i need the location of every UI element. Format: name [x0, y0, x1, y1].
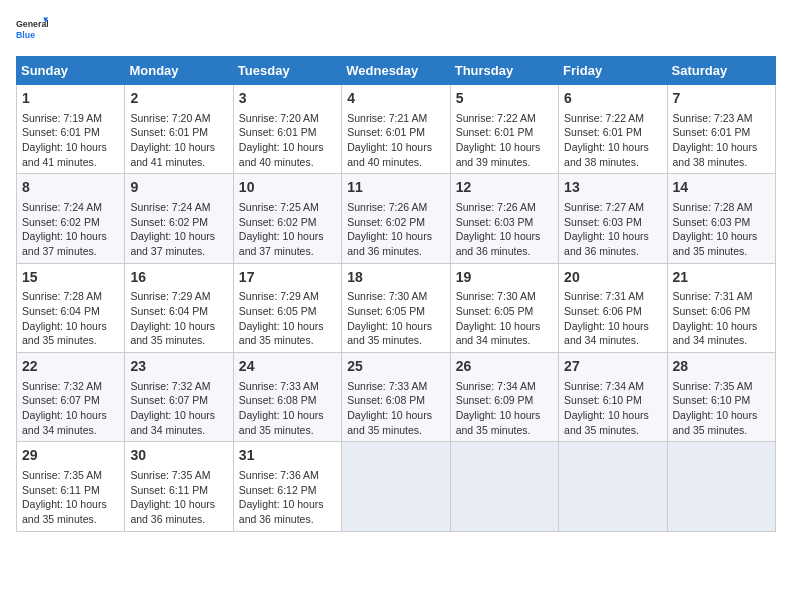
day-info-line: and 41 minutes. [22, 155, 119, 170]
day-number: 18 [347, 268, 444, 288]
day-info-line: Sunset: 6:02 PM [239, 215, 336, 230]
day-number: 17 [239, 268, 336, 288]
day-number: 23 [130, 357, 227, 377]
day-info-line: Sunrise: 7:22 AM [564, 111, 661, 126]
day-info-line: Daylight: 10 hours [347, 140, 444, 155]
day-info-line: Sunrise: 7:29 AM [130, 289, 227, 304]
day-info-line: Sunset: 6:03 PM [456, 215, 553, 230]
day-info-line: Sunset: 6:11 PM [130, 483, 227, 498]
day-info-line: Sunrise: 7:35 AM [22, 468, 119, 483]
day-info-line: Daylight: 10 hours [673, 140, 770, 155]
calendar-cell: 19Sunrise: 7:30 AMSunset: 6:05 PMDayligh… [450, 263, 558, 352]
day-info-line: and 36 minutes. [347, 244, 444, 259]
day-info-line: Daylight: 10 hours [22, 319, 119, 334]
day-info-line: Sunrise: 7:24 AM [130, 200, 227, 215]
day-info-line: Sunrise: 7:24 AM [22, 200, 119, 215]
day-info-line: and 35 minutes. [673, 423, 770, 438]
day-info-line: Sunrise: 7:20 AM [239, 111, 336, 126]
day-info-line: Sunrise: 7:31 AM [673, 289, 770, 304]
day-info-line: Sunset: 6:01 PM [22, 125, 119, 140]
day-number: 10 [239, 178, 336, 198]
day-number: 4 [347, 89, 444, 109]
day-info-line: Sunset: 6:06 PM [673, 304, 770, 319]
day-info-line: Sunrise: 7:34 AM [564, 379, 661, 394]
day-info-line: and 36 minutes. [239, 512, 336, 527]
calendar-cell: 9Sunrise: 7:24 AMSunset: 6:02 PMDaylight… [125, 174, 233, 263]
day-info-line: Sunrise: 7:29 AM [239, 289, 336, 304]
day-info-line: Daylight: 10 hours [673, 408, 770, 423]
day-info-line: and 34 minutes. [22, 423, 119, 438]
calendar-cell: 6Sunrise: 7:22 AMSunset: 6:01 PMDaylight… [559, 85, 667, 174]
week-row-5: 29Sunrise: 7:35 AMSunset: 6:11 PMDayligh… [17, 442, 776, 531]
day-number: 11 [347, 178, 444, 198]
day-info-line: Daylight: 10 hours [22, 408, 119, 423]
day-info-line: Daylight: 10 hours [22, 229, 119, 244]
day-info-line: Daylight: 10 hours [347, 229, 444, 244]
day-number: 6 [564, 89, 661, 109]
calendar-cell: 13Sunrise: 7:27 AMSunset: 6:03 PMDayligh… [559, 174, 667, 263]
calendar-body: 1Sunrise: 7:19 AMSunset: 6:01 PMDaylight… [17, 85, 776, 532]
day-info-line: Daylight: 10 hours [239, 229, 336, 244]
week-row-2: 8Sunrise: 7:24 AMSunset: 6:02 PMDaylight… [17, 174, 776, 263]
day-info-line: Daylight: 10 hours [130, 408, 227, 423]
calendar-cell: 2Sunrise: 7:20 AMSunset: 6:01 PMDaylight… [125, 85, 233, 174]
calendar-cell: 24Sunrise: 7:33 AMSunset: 6:08 PMDayligh… [233, 353, 341, 442]
calendar-cell: 22Sunrise: 7:32 AMSunset: 6:07 PMDayligh… [17, 353, 125, 442]
calendar-cell: 1Sunrise: 7:19 AMSunset: 6:01 PMDaylight… [17, 85, 125, 174]
calendar-cell [342, 442, 450, 531]
day-info-line: Sunset: 6:02 PM [22, 215, 119, 230]
day-info-line: Sunrise: 7:20 AM [130, 111, 227, 126]
day-info-line: Sunset: 6:05 PM [239, 304, 336, 319]
day-info-line: Sunset: 6:09 PM [456, 393, 553, 408]
day-info-line: Sunset: 6:06 PM [564, 304, 661, 319]
calendar-cell: 20Sunrise: 7:31 AMSunset: 6:06 PMDayligh… [559, 263, 667, 352]
day-info-line: Daylight: 10 hours [456, 408, 553, 423]
day-number: 15 [22, 268, 119, 288]
day-info-line: and 34 minutes. [564, 333, 661, 348]
day-info-line: and 38 minutes. [564, 155, 661, 170]
day-info-line: Sunset: 6:10 PM [564, 393, 661, 408]
day-info-line: Daylight: 10 hours [456, 229, 553, 244]
day-info-line: and 36 minutes. [130, 512, 227, 527]
day-number: 16 [130, 268, 227, 288]
day-number: 20 [564, 268, 661, 288]
day-info-line: and 35 minutes. [22, 512, 119, 527]
day-info-line: Sunset: 6:07 PM [130, 393, 227, 408]
day-info-line: Sunrise: 7:21 AM [347, 111, 444, 126]
day-info-line: Daylight: 10 hours [130, 229, 227, 244]
calendar-cell: 27Sunrise: 7:34 AMSunset: 6:10 PMDayligh… [559, 353, 667, 442]
day-info-line: Sunset: 6:01 PM [239, 125, 336, 140]
day-number: 9 [130, 178, 227, 198]
day-info-line: Daylight: 10 hours [239, 497, 336, 512]
day-info-line: Sunrise: 7:32 AM [22, 379, 119, 394]
calendar-cell: 8Sunrise: 7:24 AMSunset: 6:02 PMDaylight… [17, 174, 125, 263]
calendar-cell: 21Sunrise: 7:31 AMSunset: 6:06 PMDayligh… [667, 263, 775, 352]
day-number: 13 [564, 178, 661, 198]
calendar-cell: 28Sunrise: 7:35 AMSunset: 6:10 PMDayligh… [667, 353, 775, 442]
day-info-line: Sunrise: 7:34 AM [456, 379, 553, 394]
calendar-cell: 30Sunrise: 7:35 AMSunset: 6:11 PMDayligh… [125, 442, 233, 531]
day-info-line: and 38 minutes. [673, 155, 770, 170]
day-info-line: and 37 minutes. [239, 244, 336, 259]
day-info-line: Daylight: 10 hours [130, 140, 227, 155]
day-number: 5 [456, 89, 553, 109]
day-info-line: Sunset: 6:01 PM [564, 125, 661, 140]
day-info-line: Sunrise: 7:22 AM [456, 111, 553, 126]
day-info-line: Daylight: 10 hours [564, 140, 661, 155]
day-number: 1 [22, 89, 119, 109]
day-header-friday: Friday [559, 57, 667, 85]
calendar-cell [559, 442, 667, 531]
day-info-line: Sunrise: 7:28 AM [673, 200, 770, 215]
day-info-line: Sunrise: 7:25 AM [239, 200, 336, 215]
day-info-line: Daylight: 10 hours [130, 319, 227, 334]
week-row-4: 22Sunrise: 7:32 AMSunset: 6:07 PMDayligh… [17, 353, 776, 442]
svg-text:Blue: Blue [16, 30, 35, 40]
day-info-line: Sunset: 6:01 PM [456, 125, 553, 140]
day-info-line: Sunset: 6:01 PM [673, 125, 770, 140]
day-info-line: Sunrise: 7:30 AM [456, 289, 553, 304]
calendar-table: SundayMondayTuesdayWednesdayThursdayFrid… [16, 56, 776, 532]
day-info-line: and 34 minutes. [456, 333, 553, 348]
day-number: 8 [22, 178, 119, 198]
day-number: 21 [673, 268, 770, 288]
calendar-cell: 25Sunrise: 7:33 AMSunset: 6:08 PMDayligh… [342, 353, 450, 442]
